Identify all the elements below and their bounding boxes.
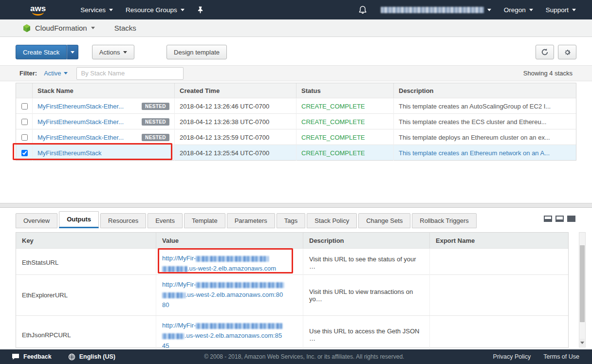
output-row: EthExplorerURL http://MyFir- .us-west-2.… — [16, 274, 568, 315]
outputs-table: Key Value Description Export Name EthSta… — [16, 232, 569, 348]
output-description-cell: Use this URL to access the Geth JSON … — [303, 316, 430, 354]
stack-name-link[interactable]: MyFirstEthereumStack — [37, 149, 101, 157]
header-status: Status — [296, 83, 394, 98]
design-template-button[interactable]: Design template — [166, 45, 227, 59]
copyright-text: © 2008 - 2018, Amazon Web Services, Inc.… — [115, 353, 493, 360]
cloudformation-service-menu[interactable]: CloudFormation — [22, 24, 95, 33]
stack-name-link[interactable]: MyFirstEthereumStack-Ether... — [37, 118, 124, 126]
redacted-url-part — [162, 333, 185, 339]
refresh-button[interactable] — [536, 45, 554, 59]
tab-outputs[interactable]: Outputs — [59, 211, 99, 228]
language-selector[interactable]: English (US) — [68, 353, 115, 361]
header-created-time: Created Time — [175, 83, 296, 98]
aws-logo[interactable]: aws — [30, 4, 46, 16]
terms-of-use-link[interactable]: Terms of Use — [543, 353, 579, 360]
chevron-down-icon — [123, 51, 127, 54]
stack-name-link[interactable]: MyFirstEthereumStack-Ether... — [37, 134, 124, 141]
header-key: Key — [16, 233, 156, 248]
cloudformation-label: CloudFormation — [35, 24, 87, 32]
output-key-cell: EthExplorerURL — [16, 275, 156, 315]
created-time-cell: 2018-04-12 13:26:38 UTC-0700 — [175, 114, 296, 129]
tab-template[interactable]: Template — [184, 213, 225, 228]
cloudformation-icon — [22, 24, 31, 33]
stack-row-checkbox[interactable] — [21, 134, 28, 141]
ethstats-url-link[interactable]: http://MyFir- .us-west-2.elb.amazonaws.c… — [162, 253, 297, 273]
language-label: English (US) — [79, 353, 115, 360]
header-export-name: Export Name — [430, 233, 568, 248]
privacy-policy-link[interactable]: Privacy Policy — [493, 353, 531, 360]
table-row[interactable]: MyFirstEthereumStack-Ether... NESTED 201… — [16, 98, 576, 113]
redacted-url-part — [162, 266, 187, 272]
notifications-button[interactable] — [351, 6, 374, 14]
chevron-down-icon — [181, 9, 185, 11]
created-time-cell: 2018-04-12 13:25:59 UTC-0700 — [175, 129, 296, 145]
scrollbar-down-arrow[interactable] — [580, 339, 585, 346]
stack-row-checkbox[interactable] — [21, 103, 28, 109]
resource-groups-menu[interactable]: Resource Groups — [119, 0, 191, 19]
scrollbar-thumb[interactable] — [580, 245, 585, 322]
region-menu[interactable]: Oregon — [498, 0, 539, 19]
output-value-cell: http://MyFir- .us-west-2.elb.amazonaws.c… — [156, 316, 303, 354]
account-menu[interactable] — [374, 0, 498, 19]
output-row: EthJsonRPCURL http://MyFir- .us-west-2.e… — [16, 315, 568, 347]
stack-name-link[interactable]: MyFirstEthereumStack-Ether... — [37, 103, 124, 110]
tab-change-sets[interactable]: Change Sets — [358, 213, 410, 228]
output-description-cell: Visit this URL to see the status of your… — [303, 249, 430, 276]
services-menu-label: Services — [80, 6, 106, 14]
chevron-down-icon — [572, 9, 576, 11]
ethexplorer-url-link[interactable]: http://MyFir- .us-west-2.elb.amazonaws.c… — [162, 279, 297, 310]
create-stack-split-button: Create Stack — [16, 45, 78, 59]
panel-maximize-icon[interactable] — [567, 216, 575, 222]
stack-row-checkbox[interactable] — [21, 119, 28, 125]
stacks-toolbar: Create Stack Actions Design template — [16, 45, 576, 59]
outputs-scrollbar[interactable] — [579, 232, 586, 347]
output-row: EthStatsURL http://MyFir- .us-west-2.elb… — [16, 248, 568, 274]
create-stack-button[interactable]: Create Stack — [16, 45, 67, 59]
actions-label: Actions — [99, 49, 120, 56]
table-row[interactable]: MyFirstEthereumStack-Ether... NESTED 201… — [16, 129, 576, 145]
support-menu[interactable]: Support — [539, 0, 582, 19]
status-cell: CREATE_COMPLETE — [296, 114, 394, 129]
tab-parameters[interactable]: Parameters — [227, 213, 275, 228]
globe-icon — [68, 353, 75, 361]
refresh-icon — [541, 48, 549, 56]
nested-badge: NESTED — [142, 134, 169, 141]
redacted-url-part — [196, 256, 269, 262]
tab-events[interactable]: Events — [148, 213, 183, 228]
header-stack-name: Stack Name — [33, 83, 175, 98]
table-row[interactable]: MyFirstEthereumStack-Ether... NESTED 201… — [16, 113, 576, 129]
settings-button[interactable] — [558, 45, 576, 59]
pinned-shortcut[interactable] — [191, 0, 210, 19]
ethjsonrpc-url-link[interactable]: http://MyFir- .us-west-2.elb.amazonaws.c… — [162, 320, 297, 351]
header-description: Description — [394, 83, 576, 98]
filter-bar: Filter: Active Showing 4 stacks — [0, 65, 592, 81]
actions-button[interactable]: Actions — [92, 45, 135, 59]
redacted-url-part — [196, 323, 282, 329]
panel-bottom-layout-icon[interactable] — [544, 216, 552, 222]
feedback-button[interactable]: Feedback — [12, 353, 52, 360]
chevron-down-icon — [64, 72, 68, 74]
redacted-url-part — [196, 282, 284, 288]
tab-tags[interactable]: Tags — [277, 213, 305, 228]
description-cell: This template creates the ECS cluster an… — [394, 114, 576, 129]
tab-rollback-triggers[interactable]: Rollback Triggers — [412, 213, 476, 228]
create-stack-dropdown-button[interactable] — [67, 45, 78, 59]
filter-active-dropdown[interactable]: Active — [44, 70, 67, 77]
gear-icon — [564, 49, 571, 56]
panel-split-layout-icon[interactable] — [555, 216, 564, 222]
status-cell: CREATE_COMPLETE — [296, 145, 394, 161]
header-output-description: Description — [303, 233, 430, 248]
output-key-cell: EthStatsURL — [16, 249, 156, 276]
output-export-cell — [430, 249, 568, 276]
status-cell: CREATE_COMPLETE — [296, 129, 394, 145]
description-cell: This template deploys an Ethereum cluste… — [394, 129, 576, 145]
stack-row-checkbox[interactable] — [21, 150, 28, 156]
tab-resources[interactable]: Resources — [100, 213, 146, 228]
tab-stack-policy[interactable]: Stack Policy — [307, 213, 357, 228]
tab-overview[interactable]: Overview — [16, 213, 57, 228]
table-row-selected[interactable]: MyFirstEthereumStack 2018-04-12 13:25:54… — [16, 145, 576, 160]
services-menu[interactable]: Services — [74, 0, 119, 19]
stack-name-search-input[interactable] — [76, 67, 184, 80]
support-label: Support — [546, 6, 569, 14]
panel-resize-splitter[interactable] — [0, 203, 592, 208]
